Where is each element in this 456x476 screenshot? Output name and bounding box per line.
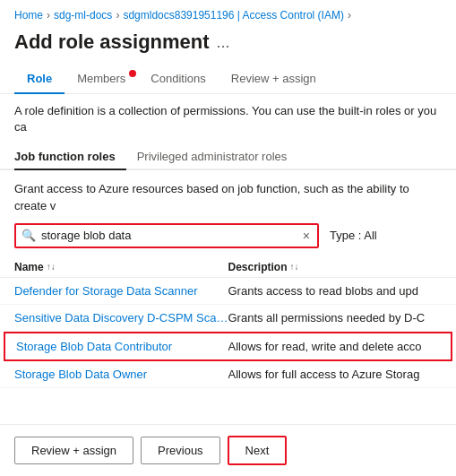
breadcrumb-sep-2: › [116,9,119,22]
col-header-name: Name ↑↓ [14,261,228,273]
tab-conditions[interactable]: Conditions [138,65,218,94]
table-row[interactable]: Storage Blob Data Contributor Allows for… [4,332,452,361]
search-input[interactable] [41,229,301,242]
subtab-description: Grant access to Azure resources based on… [0,177,456,222]
tab-role[interactable]: Role [14,65,65,94]
tab-bar: Role Members Conditions Review + assign [0,65,456,94]
breadcrumb-iam[interactable]: sdgmldocs8391951196 | Access Control (IA… [123,9,344,22]
row-description: Grants all permissions needed by D-C [228,311,443,325]
subtab-job-function[interactable]: Job function roles [14,144,126,170]
row-description: Grants access to read blobs and upd [228,284,443,298]
page-title: Add role assignment [14,30,210,54]
members-badge [129,70,136,77]
search-box: 🔍 × [14,223,319,248]
tab-members[interactable]: Members [65,65,138,94]
search-row: 🔍 × Type : All [0,223,456,248]
search-icon: 🔍 [22,229,36,242]
col-header-description: Description ↑↓ [228,261,443,273]
row-description: Allows for read, write and delete acco [228,340,441,353]
desc-sort-icon[interactable]: ↑↓ [290,262,299,272]
page-options-icon[interactable]: ... [217,33,230,52]
breadcrumb-sep-1: › [47,9,50,22]
table-row[interactable]: Defender for Storage Data Scanner Grants… [0,278,456,305]
breadcrumb: Home › sdg-ml-docs › sdgmldocs8391951196… [0,0,456,27]
row-name: Storage Blob Data Owner [14,368,228,381]
row-name: Sensitive Data Discovery D-CSPM Scanner … [14,311,228,325]
type-filter-label[interactable]: Type : All [326,229,377,242]
breadcrumb-sdg[interactable]: sdg-ml-docs [54,9,112,22]
search-clear-icon[interactable]: × [301,229,312,243]
subtab-privileged[interactable]: Privileged administrator roles [137,144,298,170]
subtab-bar: Job function roles Privileged administra… [0,144,456,170]
row-name: Storage Blob Data Contributor [16,340,228,353]
row-description: Allows for full access to Azure Storag [228,368,443,381]
review-assign-button[interactable]: Review + assign [14,437,133,464]
tab-review[interactable]: Review + assign [219,65,329,94]
footer: Review + assign Previous Next [0,424,456,476]
breadcrumb-home[interactable]: Home [14,9,43,22]
previous-button[interactable]: Previous [141,437,220,464]
table-row[interactable]: Storage Blob Data Owner Allows for full … [0,361,456,388]
breadcrumb-sep-3: › [348,9,351,22]
row-name: Defender for Storage Data Scanner [14,284,228,298]
page-header: Add role assignment ... [0,27,456,65]
name-sort-icon[interactable]: ↑↓ [47,262,56,272]
table-body: Defender for Storage Data Scanner Grants… [0,278,456,388]
tab-description: A role definition is a collection of per… [0,103,456,144]
next-button[interactable]: Next [228,436,288,465]
table-header: Name ↑↓ Description ↑↓ [0,257,456,278]
table-row[interactable]: Sensitive Data Discovery D-CSPM Scanner … [0,305,456,332]
